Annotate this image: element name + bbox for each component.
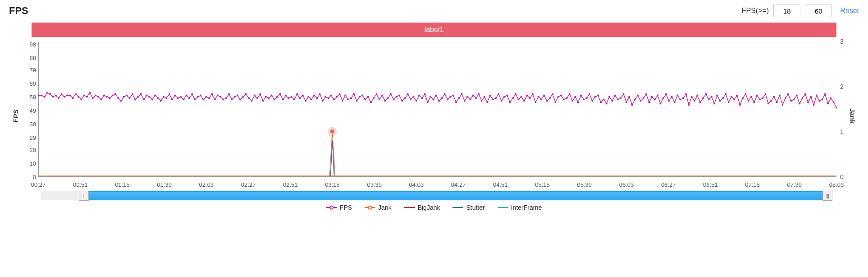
svg-point-176 bbox=[538, 96, 539, 98]
time-range-slider[interactable]: ||| ||| bbox=[41, 191, 827, 200]
svg-point-187 bbox=[569, 93, 571, 95]
svg-point-179 bbox=[546, 100, 548, 102]
svg-point-89 bbox=[291, 96, 292, 98]
svg-point-95 bbox=[307, 96, 309, 98]
svg-point-118 bbox=[373, 97, 375, 99]
svg-point-249 bbox=[745, 93, 746, 95]
svg-point-237 bbox=[711, 96, 713, 98]
svg-point-97 bbox=[313, 95, 315, 97]
svg-point-138 bbox=[429, 96, 431, 98]
reset-link[interactable]: Reset bbox=[840, 7, 859, 15]
svg-point-76 bbox=[254, 95, 256, 97]
legend-item[interactable]: FPS bbox=[326, 204, 352, 211]
svg-point-51 bbox=[183, 99, 184, 101]
svg-point-18 bbox=[89, 92, 91, 94]
svg-point-222 bbox=[668, 100, 670, 102]
x-tick: 00:51 bbox=[73, 181, 88, 188]
svg-point-7 bbox=[58, 97, 59, 99]
page-title: FPS bbox=[9, 5, 28, 17]
svg-point-14 bbox=[78, 96, 79, 98]
svg-point-181 bbox=[552, 93, 553, 95]
svg-point-37 bbox=[143, 99, 145, 101]
svg-point-160 bbox=[492, 99, 494, 101]
svg-point-253 bbox=[756, 95, 758, 97]
svg-point-31 bbox=[126, 95, 128, 97]
svg-point-166 bbox=[509, 102, 511, 103]
svg-point-129 bbox=[404, 97, 406, 99]
legend-label: BigJank bbox=[418, 204, 440, 211]
slider-fill bbox=[84, 191, 827, 200]
legend-marker-icon bbox=[326, 205, 337, 210]
legend-item[interactable]: InterFrame bbox=[498, 204, 542, 211]
svg-point-267 bbox=[796, 95, 798, 97]
svg-point-15 bbox=[80, 99, 82, 101]
svg-point-252 bbox=[753, 102, 755, 103]
legend-item[interactable]: Stutter bbox=[452, 204, 484, 211]
legend-item[interactable]: Jank bbox=[365, 204, 392, 211]
x-tick: 06:51 bbox=[703, 181, 718, 188]
svg-point-157 bbox=[484, 96, 485, 98]
svg-point-170 bbox=[521, 96, 522, 98]
svg-point-234 bbox=[702, 97, 704, 99]
fps-max-input[interactable] bbox=[805, 5, 832, 17]
legend-marker-icon bbox=[452, 205, 463, 210]
svg-point-274 bbox=[816, 95, 818, 97]
svg-point-149 bbox=[461, 93, 463, 95]
svg-point-213 bbox=[643, 97, 644, 99]
svg-point-9 bbox=[64, 96, 65, 98]
svg-point-59 bbox=[206, 96, 207, 98]
svg-point-140 bbox=[435, 95, 437, 97]
fps-threshold-label: FPS(>=) bbox=[742, 7, 769, 15]
svg-point-73 bbox=[245, 93, 247, 95]
slider-handle-left[interactable]: ||| bbox=[79, 191, 89, 201]
svg-point-172 bbox=[526, 95, 528, 97]
svg-point-211 bbox=[637, 95, 639, 97]
svg-point-141 bbox=[438, 100, 440, 102]
x-tick: 04:51 bbox=[493, 181, 508, 188]
svg-point-25 bbox=[109, 97, 110, 99]
svg-point-4 bbox=[49, 93, 51, 95]
svg-point-130 bbox=[407, 93, 409, 95]
svg-point-28 bbox=[117, 97, 119, 99]
slider-handle-right[interactable]: ||| bbox=[822, 191, 832, 201]
svg-point-180 bbox=[549, 97, 551, 99]
svg-point-106 bbox=[339, 93, 341, 95]
svg-point-246 bbox=[736, 95, 738, 97]
svg-point-212 bbox=[640, 100, 641, 102]
svg-point-113 bbox=[359, 96, 361, 98]
chart-svg bbox=[39, 42, 836, 176]
svg-point-288 bbox=[369, 206, 372, 209]
svg-point-102 bbox=[327, 97, 329, 99]
svg-point-66 bbox=[225, 97, 227, 99]
svg-point-244 bbox=[731, 96, 732, 98]
svg-point-256 bbox=[765, 93, 767, 95]
svg-point-239 bbox=[716, 95, 718, 97]
svg-point-20 bbox=[95, 95, 96, 97]
svg-point-238 bbox=[713, 103, 715, 105]
svg-point-145 bbox=[449, 96, 451, 98]
svg-point-155 bbox=[478, 93, 480, 95]
legend-item[interactable]: BigJank bbox=[404, 204, 440, 211]
x-tick: 06:03 bbox=[619, 181, 634, 188]
svg-point-112 bbox=[356, 100, 357, 102]
svg-point-177 bbox=[540, 99, 542, 101]
svg-point-54 bbox=[191, 93, 193, 95]
svg-point-0 bbox=[38, 95, 40, 97]
fps-min-input[interactable] bbox=[773, 5, 800, 17]
label-bar[interactable]: label1 bbox=[32, 23, 836, 37]
svg-point-262 bbox=[781, 104, 783, 106]
svg-point-286 bbox=[330, 206, 333, 209]
fps-chart: FPS Jank 010202939495969798898 0123 00:2… bbox=[14, 42, 854, 190]
svg-point-72 bbox=[242, 96, 244, 98]
svg-point-82 bbox=[271, 95, 273, 97]
svg-point-245 bbox=[733, 99, 735, 101]
svg-point-19 bbox=[92, 97, 94, 99]
svg-point-81 bbox=[268, 97, 270, 99]
svg-point-11 bbox=[69, 95, 71, 97]
svg-point-168 bbox=[515, 93, 516, 95]
svg-point-8 bbox=[60, 93, 62, 95]
x-tick: 02:03 bbox=[199, 181, 214, 188]
svg-point-40 bbox=[151, 99, 153, 101]
svg-point-152 bbox=[469, 99, 471, 101]
svg-point-65 bbox=[222, 99, 224, 101]
